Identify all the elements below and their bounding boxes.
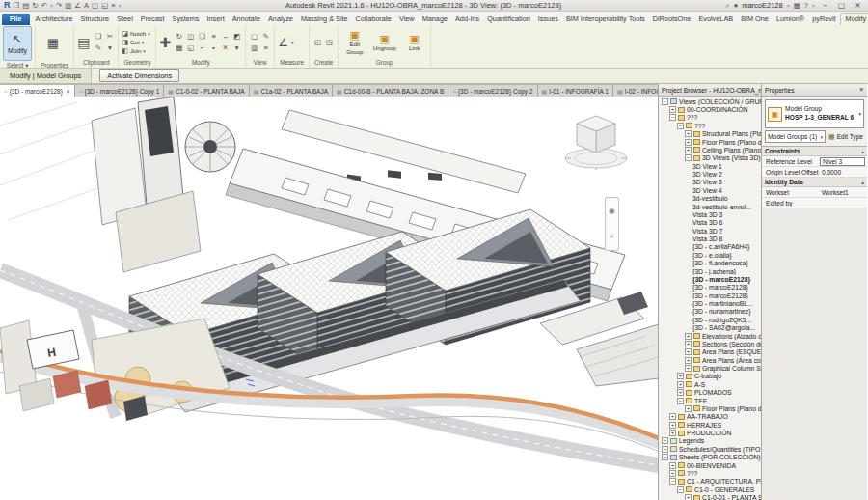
tree-item[interactable]: +Ceiling Plans (Plano de...	[659, 146, 761, 153]
tree-item[interactable]: {3D - marcoE2128}	[659, 284, 761, 292]
tree-item[interactable]: +C1-0-01 - PLANTA SÓT...	[659, 493, 761, 500]
ribbon-tab-pyrevit[interactable]: pyRevit	[808, 14, 839, 25]
navigation-bar[interactable]: ◉ ⌕	[605, 197, 619, 251]
measure-tool-icon[interactable]: ∠	[278, 36, 288, 49]
trim-icon[interactable]: ⌐	[200, 43, 203, 52]
properties-close-icon[interactable]: ✕	[859, 86, 864, 94]
tree-item[interactable]: +PLOMADOS	[659, 389, 761, 397]
section-collapse-icon[interactable]: ▴	[861, 180, 864, 185]
measure-dropdown-icon[interactable]: ▾	[291, 40, 294, 45]
tree-item[interactable]: {3D - marcoE2128}	[659, 275, 761, 283]
tree-item[interactable]: +Area Plans (ESQUEMA...	[659, 348, 761, 356]
user-dropdown-icon[interactable]: ▾	[787, 2, 790, 9]
tree-item[interactable]: +Legends	[659, 437, 761, 445]
steering-wheel-icon[interactable]: ◉	[609, 207, 615, 215]
tree-item[interactable]: 3d-vestibulo-envol...	[659, 203, 761, 210]
ribbon-tab-manage[interactable]: Manage	[419, 14, 451, 25]
tree-item[interactable]: −Views (COLECCIÓN / GRUPO)	[659, 97, 761, 105]
view-tab-6[interactable]: ▤I-01 - INFOGRAFÍA 1	[538, 85, 613, 97]
measure-panel-label[interactable]: Measure	[278, 58, 306, 68]
tree-expander-icon[interactable]: +	[669, 470, 676, 477]
copy-to-clipboard-icon[interactable]: ❏	[95, 32, 102, 41]
scale-icon[interactable]: ◱	[187, 43, 194, 52]
view-tool-c-icon[interactable]: ▥	[251, 43, 258, 52]
tree-item[interactable]: 3d-vestibulo	[659, 195, 761, 203]
tree-item[interactable]: +Floor Plans (Plano de p...	[659, 404, 761, 412]
tree-expander-icon[interactable]: +	[685, 494, 692, 500]
ribbon-tab-bim-one[interactable]: BIM One	[737, 14, 773, 25]
help-icon[interactable]: ?	[804, 1, 808, 11]
view-tab-4[interactable]: ▤C1d-00-B - PLANTA BAJA. ZONA B	[333, 85, 448, 97]
tree-expander-icon[interactable]: +	[677, 373, 684, 379]
select-panel-label[interactable]: Select ▾	[3, 61, 32, 69]
tree-item[interactable]: −3D Views (Vista 3D)	[659, 154, 761, 162]
tree-expander-icon[interactable]: −	[685, 154, 692, 161]
ribbon-tab-annotate[interactable]: Annotate	[229, 14, 264, 25]
type-selector-dropdown-icon[interactable]: ▾	[858, 111, 861, 117]
ribbon-tab-systems[interactable]: Systems	[169, 14, 203, 25]
tree-expander-icon[interactable]: +	[669, 422, 676, 429]
mirror-icon[interactable]: ◫	[187, 32, 194, 41]
tree-expander-icon[interactable]: −	[669, 114, 676, 121]
view-tab-7[interactable]: ▤I-02 - INFOGRAFÍA 2	[613, 85, 658, 97]
ribbon-tab-collaborate[interactable]: Collaborate	[352, 14, 395, 25]
tree-item[interactable]: +???	[659, 469, 761, 477]
tree-item[interactable]: {3D - SA02@argola...	[659, 324, 761, 332]
close-button[interactable]: ✕	[852, 1, 864, 10]
ribbon-tab-steel[interactable]: Steel	[113, 14, 137, 25]
tree-item[interactable]: {3D - martinianoBL...	[659, 299, 761, 307]
ribbon-tab-add-ins[interactable]: Add-Ins	[451, 14, 483, 25]
tree-item[interactable]: +C-trabajo	[659, 373, 761, 380]
cut-icon[interactable]: ✂	[107, 32, 113, 41]
3d-view-icon[interactable]: ◫	[92, 1, 98, 11]
tree-item[interactable]: Vista 3D 8	[659, 235, 761, 242]
match-type-icon[interactable]: ✎	[95, 43, 101, 52]
tree-expander-icon[interactable]: +	[685, 147, 692, 153]
tree-item[interactable]: −???	[659, 122, 761, 129]
view-panel-label[interactable]: View	[249, 58, 271, 68]
clipboard-extra-icon[interactable]: ▾	[108, 43, 112, 52]
tree-expander-icon[interactable]: +	[662, 446, 668, 453]
tree-item[interactable]: +Graphical Column Sche...	[659, 364, 761, 372]
tree-expander-icon[interactable]: +	[669, 413, 676, 420]
user-icon[interactable]: ●	[734, 1, 739, 11]
tree-item[interactable]: +Sections (Sección de es...	[659, 340, 761, 347]
link-group-button[interactable]: ▣ Link	[401, 33, 427, 51]
tree-item[interactable]: +00-BIENVENIDA	[659, 461, 761, 469]
view-tool-b-icon[interactable]: ✎	[263, 32, 269, 41]
tree-item[interactable]: +Schedules/Quantities (TIPO DE...	[659, 445, 761, 453]
offset-icon[interactable]: ↔	[222, 32, 230, 41]
view-tab-close-icon[interactable]: ✕	[66, 88, 70, 95]
save-icon[interactable]: ▤	[22, 1, 29, 11]
text-icon[interactable]: A	[84, 1, 89, 11]
properties-header[interactable]: Properties ✕	[762, 84, 867, 97]
tree-expander-icon[interactable]: +	[662, 437, 668, 444]
ribbon-tab-precast[interactable]: Precast	[137, 14, 169, 25]
paste-icon[interactable]: ▤	[77, 35, 90, 50]
modify-panel-label[interactable]: Modify	[159, 58, 242, 68]
thin-lines-icon[interactable]: ≡	[111, 1, 115, 11]
tree-item[interactable]: {3D - e.olalla}	[659, 251, 761, 259]
revit-logo[interactable]: R	[4, 1, 11, 10]
tree-item[interactable]: {3D - marcoE2128}	[659, 292, 761, 299]
tree-item[interactable]: {3D - rodrigo2QK5...	[659, 316, 761, 323]
drawing-area[interactable]: H ◉	[0, 97, 658, 500]
tree-expander-icon[interactable]: −	[669, 478, 676, 485]
ribbon-tab-evolvelab[interactable]: EvolveLAB	[694, 14, 737, 25]
tree-expander-icon[interactable]: +	[685, 139, 692, 146]
minimize-button[interactable]: −	[819, 1, 831, 10]
ribbon-tab-massing-site[interactable]: Massing & Site	[297, 14, 352, 25]
view-tool-d-icon[interactable]: ≡	[263, 43, 267, 52]
zoom-icon[interactable]: ⌕	[610, 232, 613, 241]
tree-item[interactable]: 3D View 3	[659, 179, 761, 186]
notch-button[interactable]: ◪Notch▾	[122, 30, 149, 38]
view-tab-0[interactable]: ⌂{3D - marcoE2128}✕	[0, 85, 75, 97]
open-icon[interactable]: ❒	[14, 1, 20, 11]
ribbon-tab-lumion-[interactable]: Lumion®	[773, 14, 808, 25]
tree-expander-icon[interactable]: −	[662, 454, 668, 460]
tree-item[interactable]: 3D View 1	[659, 162, 761, 170]
tree-item[interactable]: −TEE	[659, 397, 761, 404]
undo-icon[interactable]: ↶	[41, 1, 47, 11]
ribbon-tab-analyze[interactable]: Analyze	[264, 14, 297, 25]
tree-item[interactable]: 3D View 2	[659, 170, 761, 178]
